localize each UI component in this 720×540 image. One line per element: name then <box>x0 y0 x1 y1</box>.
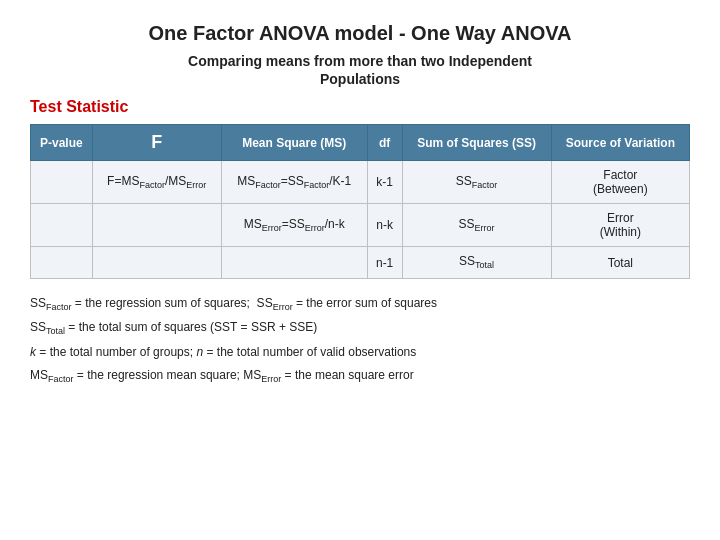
cell-f-1: F=MSFactor/MSError <box>92 161 221 204</box>
note-3: k = the total number of groups; n = the … <box>30 342 690 362</box>
note-4: MSFactor = the regression mean square; M… <box>30 365 690 388</box>
cell-ms-1: MSFactor=SSFactor/K-1 <box>221 161 367 204</box>
cell-f-2 <box>92 204 221 247</box>
cell-ss-1: SSFactor <box>402 161 551 204</box>
anova-table: P-value F Mean Square (MS) df Sum of Squ… <box>30 124 690 278</box>
col-header-ss: Sum of Squares (SS) <box>402 125 551 161</box>
notes-section: SSFactor = the regression sum of squares… <box>30 293 690 387</box>
col-header-source: Source of Variation <box>551 125 689 161</box>
cell-source-1: Factor(Between) <box>551 161 689 204</box>
cell-f-3 <box>92 247 221 278</box>
note-1: SSFactor = the regression sum of squares… <box>30 293 690 316</box>
cell-ss-3: SSTotal <box>402 247 551 278</box>
note-2: SSTotal = the total sum of squares (SST … <box>30 317 690 340</box>
test-statistic-label: Test Statistic <box>30 98 690 116</box>
table-row: F=MSFactor/MSError MSFactor=SSFactor/K-1… <box>31 161 690 204</box>
cell-df-2: n-k <box>367 204 402 247</box>
col-header-df: df <box>367 125 402 161</box>
col-header-pvalue: P-value <box>31 125 93 161</box>
table-row: n-1 SSTotal Total <box>31 247 690 278</box>
cell-ss-2: SSError <box>402 204 551 247</box>
cell-df-3: n-1 <box>367 247 402 278</box>
cell-source-3: Total <box>551 247 689 278</box>
cell-source-2: Error(Within) <box>551 204 689 247</box>
cell-pvalue-3 <box>31 247 93 278</box>
cell-pvalue-2 <box>31 204 93 247</box>
col-header-ms: Mean Square (MS) <box>221 125 367 161</box>
page-title: One Factor ANOVA model - One Way ANOVA <box>30 20 690 46</box>
page-subtitle: Comparing means from more than two Indep… <box>30 52 690 88</box>
cell-df-1: k-1 <box>367 161 402 204</box>
col-header-f: F <box>92 125 221 161</box>
table-row: MSError=SSError/n-k n-k SSError Error(Wi… <box>31 204 690 247</box>
cell-ms-2: MSError=SSError/n-k <box>221 204 367 247</box>
cell-ms-3 <box>221 247 367 278</box>
cell-pvalue-1 <box>31 161 93 204</box>
